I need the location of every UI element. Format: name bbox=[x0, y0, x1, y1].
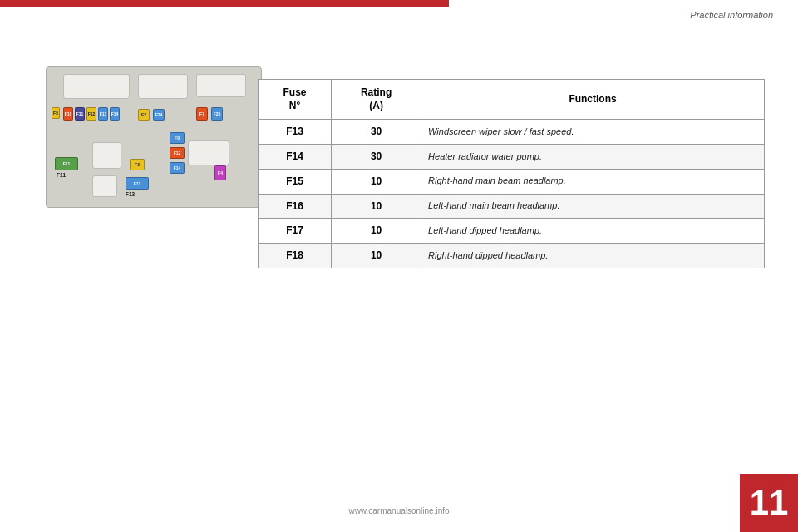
fuse-f14-top: F14 bbox=[110, 107, 120, 121]
component-3 bbox=[196, 74, 246, 97]
fuse-f12b: F12 bbox=[170, 147, 185, 159]
col-functions: Functions bbox=[421, 80, 765, 120]
table-row: F1330Windscreen wiper slow / fast speed. bbox=[259, 120, 765, 145]
fuse-f10: F10 bbox=[63, 107, 73, 121]
fuse-f4: F4 bbox=[214, 165, 226, 180]
top-bar bbox=[0, 0, 449, 7]
component-5 bbox=[188, 140, 229, 165]
col-rating: Rating(A) bbox=[332, 80, 421, 120]
fuse-function: Right-hand main beam headlamp. bbox=[421, 169, 765, 194]
bottom-url: www.carmanualsonline.info bbox=[348, 506, 449, 515]
fuse-number: F18 bbox=[259, 244, 332, 268]
fuse-f7: F7 bbox=[196, 107, 208, 121]
fuse-f9: F9 bbox=[170, 132, 185, 144]
fuse-f11-label: F11 bbox=[57, 172, 66, 178]
table-row: F1810Right-hand dipped headlamp. bbox=[259, 244, 765, 268]
fuse-diagram: F10 F11 F12 F13 F14 F2 F24 F7 F25 F9 bbox=[46, 66, 262, 208]
fuse-f5: F5 bbox=[52, 107, 60, 119]
col-fuse: FuseN° bbox=[259, 80, 332, 120]
fuse-function: Right-hand dipped headlamp. bbox=[421, 244, 765, 268]
fuse-number: F15 bbox=[259, 169, 332, 194]
fuse-f11: F11 bbox=[75, 107, 85, 121]
component-6 bbox=[92, 175, 117, 197]
fuse-rating: 10 bbox=[332, 169, 421, 194]
fuse-f11b: F11 bbox=[55, 157, 78, 170]
header-title: Practical information bbox=[690, 10, 773, 20]
fuse-f24: F24 bbox=[153, 109, 165, 121]
fuse-number: F16 bbox=[259, 194, 332, 219]
page-number: 11 bbox=[740, 474, 798, 532]
fuse-f14b: F14 bbox=[170, 162, 185, 174]
fuse-f12: F12 bbox=[86, 107, 96, 121]
fuse-rating: 30 bbox=[332, 120, 421, 145]
table-row: F1430Heater radiator water pump. bbox=[259, 144, 765, 169]
fuse-f13b: F13 bbox=[126, 177, 149, 190]
fuse-table: FuseN° Rating(A) Functions F1330Windscre… bbox=[258, 79, 765, 268]
fuse-rating: 10 bbox=[332, 244, 421, 268]
fuse-function: Left-hand dipped headlamp. bbox=[421, 219, 765, 244]
fuse-f2: F2 bbox=[138, 109, 150, 121]
fuse-data-table: FuseN° Rating(A) Functions F1330Windscre… bbox=[258, 79, 765, 268]
fuse-number: F17 bbox=[259, 219, 332, 244]
fuse-f3: F3 bbox=[130, 159, 145, 170]
fuse-f25: F25 bbox=[211, 107, 223, 121]
fuse-function: Windscreen wiper slow / fast speed. bbox=[421, 120, 765, 145]
fuse-function: Heater radiator water pump. bbox=[421, 144, 765, 169]
fuse-f13-label: F13 bbox=[126, 191, 135, 197]
fuse-rating: 30 bbox=[332, 144, 421, 169]
fuse-number: F13 bbox=[259, 120, 332, 145]
fuse-f13-top: F13 bbox=[98, 107, 108, 121]
component-1 bbox=[63, 74, 130, 99]
table-row: F1710Left-hand dipped headlamp. bbox=[259, 219, 765, 244]
fuse-function: Left-hand main beam headlamp. bbox=[421, 194, 765, 219]
fuse-number: F14 bbox=[259, 144, 332, 169]
table-row: F1610Left-hand main beam headlamp. bbox=[259, 194, 765, 219]
table-row: F1510Right-hand main beam headlamp. bbox=[259, 169, 765, 194]
component-4 bbox=[92, 142, 121, 169]
fuse-rating: 10 bbox=[332, 194, 421, 219]
fuse-rating: 10 bbox=[332, 219, 421, 244]
component-2 bbox=[138, 74, 188, 99]
